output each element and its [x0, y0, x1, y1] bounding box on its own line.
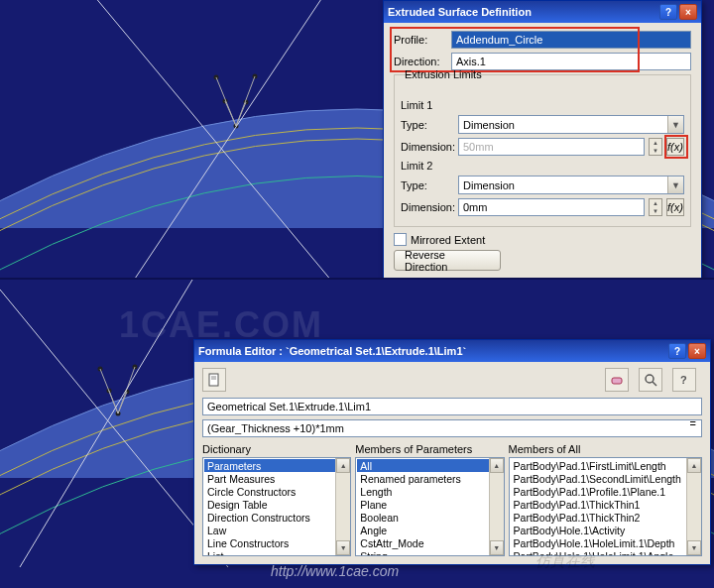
dialog-titlebar[interactable]: Extruded Surface Definition ? × — [384, 1, 701, 23]
members-all-header: Members of All — [509, 443, 702, 455]
profile-label: Profile: — [394, 34, 447, 46]
svg-point-26 — [646, 375, 654, 383]
list-item[interactable]: Line Constructors — [204, 536, 349, 549]
limit2-formula-button[interactable]: f(x) — [666, 198, 684, 216]
mirrored-extent-checkbox[interactable] — [394, 233, 407, 246]
scrollbar[interactable]: ▲ ▼ — [335, 458, 350, 555]
catia-viewport-top[interactable]: Extruded Surface Definition ? × Profile:… — [0, 0, 714, 278]
eraser-button[interactable] — [605, 368, 629, 392]
svg-rect-22 — [209, 374, 218, 386]
svg-line-27 — [653, 382, 656, 386]
list-item[interactable]: Circle Constructors — [204, 485, 349, 498]
catia-viewport-bottom[interactable]: 1CAE.COM Formula Editor : `Geometrical S… — [0, 278, 714, 588]
limit1-dim-label: Dimension: — [401, 141, 454, 153]
list-item[interactable]: Renamed parameters — [357, 472, 502, 485]
members-params-listbox[interactable]: All Renamed parameters Length Plane Bool… — [355, 457, 504, 556]
limit1-header: Limit 1 — [401, 99, 684, 111]
list-item[interactable]: Direction Constructors — [204, 511, 349, 524]
scrollbar[interactable]: ▲ ▼ — [489, 458, 504, 555]
list-item[interactable]: CstAttr_Mode — [357, 536, 502, 549]
limit1-type-label: Type: — [401, 119, 454, 131]
members-params-header: Members of Parameters — [355, 443, 504, 455]
limit2-type-value: Dimension — [459, 179, 667, 191]
dictionary-listbox[interactable]: Parameters Part Measures Circle Construc… — [202, 457, 351, 556]
scroll-up-icon[interactable]: ▲ — [336, 458, 350, 473]
parameter-path-field[interactable]: Geometrical Set.1\Extrude.1\Lim1 — [202, 398, 702, 415]
limit1-type-combo[interactable]: Dimension ▼ — [458, 115, 684, 134]
chevron-down-icon: ▼ — [667, 116, 683, 133]
list-item[interactable]: Plane — [357, 498, 502, 511]
limit2-type-combo[interactable]: Dimension ▼ — [458, 176, 684, 194]
direction-field[interactable]: Axis.1 — [451, 53, 691, 70]
limit2-dim-spinner[interactable]: ▲▼ — [649, 198, 662, 216]
magnifier-icon — [644, 373, 657, 387]
mirrored-extent-label: Mirrored Extent — [411, 234, 485, 246]
list-item[interactable]: String — [357, 549, 502, 556]
limit2-dim-field[interactable]: 0mm — [458, 198, 645, 216]
dialog-titlebar[interactable]: Formula Editor : `Geometrical Set.1\Extr… — [194, 340, 710, 362]
svg-rect-25 — [612, 378, 622, 384]
list-item[interactable]: Design Table — [204, 498, 349, 511]
list-item[interactable]: PartBody\Pad.1\ThickThin2 — [511, 511, 700, 524]
extrusion-limits-group: Extrusion Limits Limit 1 Type: Dimension… — [394, 74, 691, 227]
profile-field[interactable]: Addendum_Circle — [451, 31, 691, 49]
list-item[interactable]: PartBody\Hole.1\Activity — [511, 524, 700, 536]
direction-label: Direction: — [394, 56, 447, 67]
close-button[interactable]: × — [679, 4, 697, 20]
list-item[interactable]: Length — [357, 485, 502, 498]
list-item[interactable]: List — [204, 549, 349, 556]
list-item[interactable]: Boolean — [357, 511, 502, 524]
limit2-header: Limit 2 — [401, 160, 684, 172]
limit1-dim-spinner[interactable]: ▲▼ — [649, 138, 662, 156]
equals-label: = — [690, 417, 696, 429]
formula-editor-dialog: Formula Editor : `Geometrical Set.1\Extr… — [193, 339, 711, 565]
dialog-title: Extruded Surface Definition — [388, 6, 659, 18]
limit1-type-value: Dimension — [459, 119, 667, 131]
question-icon: ? — [677, 373, 691, 387]
list-item[interactable]: Part Measures — [204, 472, 349, 485]
limit2-dim-label: Dimension: — [401, 201, 454, 213]
help-button[interactable]: ? — [659, 4, 677, 20]
chevron-down-icon: ▼ — [667, 176, 683, 193]
list-item[interactable]: PartBody\Pad.1\Profile.1\Plane.1 — [511, 485, 700, 498]
extruded-surface-definition-dialog: Extruded Surface Definition ? × Profile:… — [383, 0, 702, 278]
scroll-down-icon[interactable]: ▼ — [687, 540, 701, 555]
list-item[interactable]: PartBody\Pad.1\ThickThin1 — [511, 498, 700, 511]
list-item[interactable]: PartBody\Hole.1\HoleLimit.1\Angle — [511, 549, 700, 556]
scroll-up-icon[interactable]: ▲ — [490, 458, 504, 473]
svg-text:?: ? — [680, 374, 687, 386]
scrollbar[interactable]: ▲ ▼ — [686, 458, 701, 555]
list-item[interactable]: Parameters — [204, 459, 349, 472]
list-item[interactable]: Angle — [357, 524, 502, 536]
list-item[interactable]: All — [357, 459, 502, 472]
import-button[interactable] — [202, 368, 226, 392]
scroll-down-icon[interactable]: ▼ — [490, 540, 504, 555]
question-button[interactable]: ? — [672, 368, 696, 392]
scroll-down-icon[interactable]: ▼ — [336, 540, 350, 555]
search-button[interactable] — [639, 368, 662, 392]
members-all-listbox[interactable]: PartBody\Pad.1\FirstLimit\Length PartBod… — [509, 457, 702, 556]
file-icon — [207, 373, 221, 387]
list-item[interactable]: Law — [204, 524, 349, 536]
extrusion-limits-title: Extrusion Limits — [401, 68, 486, 80]
scroll-up-icon[interactable]: ▲ — [687, 458, 701, 473]
limit1-dim-field[interactable]: 50mm — [458, 138, 645, 156]
formula-expression-field[interactable]: (Gear_Thickness +10)*1mm — [202, 419, 702, 437]
reverse-direction-button[interactable]: Reverse Direction — [394, 250, 501, 271]
eraser-icon — [610, 373, 624, 387]
list-item[interactable]: PartBody\Pad.1\FirstLimit\Length — [511, 459, 700, 472]
close-button[interactable]: × — [688, 343, 706, 359]
dictionary-header: Dictionary — [202, 443, 351, 455]
dialog-title: Formula Editor : `Geometrical Set.1\Extr… — [198, 345, 668, 357]
list-item[interactable]: PartBody\Pad.1\SecondLimit\Length — [511, 472, 700, 485]
list-item[interactable]: PartBody\Hole.1\HoleLimit.1\Depth — [511, 536, 700, 549]
limit1-formula-button[interactable]: f(x) — [666, 138, 684, 156]
help-button[interactable]: ? — [668, 343, 686, 359]
limit2-type-label: Type: — [401, 179, 454, 191]
